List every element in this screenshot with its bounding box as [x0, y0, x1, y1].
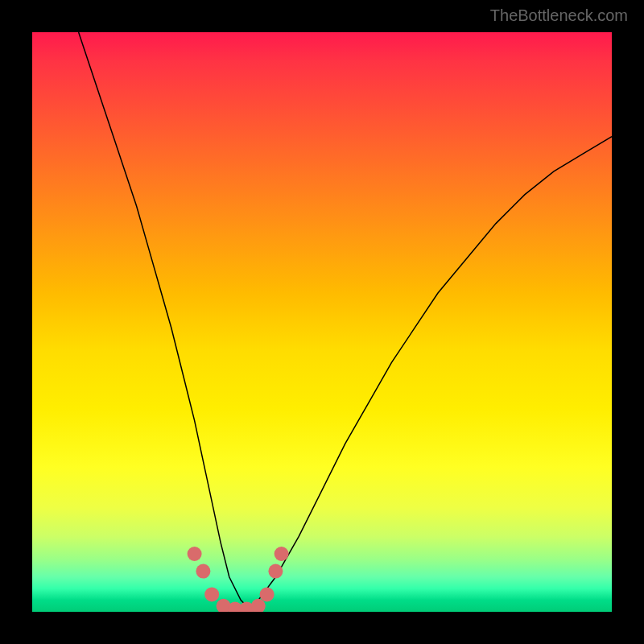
marker-dot [188, 547, 202, 561]
marker-dot [196, 564, 210, 579]
watermark-text: TheBottleneck.com [490, 6, 628, 25]
bottleneck-curve-svg [32, 32, 612, 612]
marker-dot [204, 587, 219, 601]
chart-container [32, 32, 612, 612]
marker-dot [260, 587, 275, 601]
curve-line [79, 32, 612, 609]
marker-dot [275, 547, 289, 561]
marker-dot [268, 564, 283, 579]
marker-dot [251, 599, 266, 612]
